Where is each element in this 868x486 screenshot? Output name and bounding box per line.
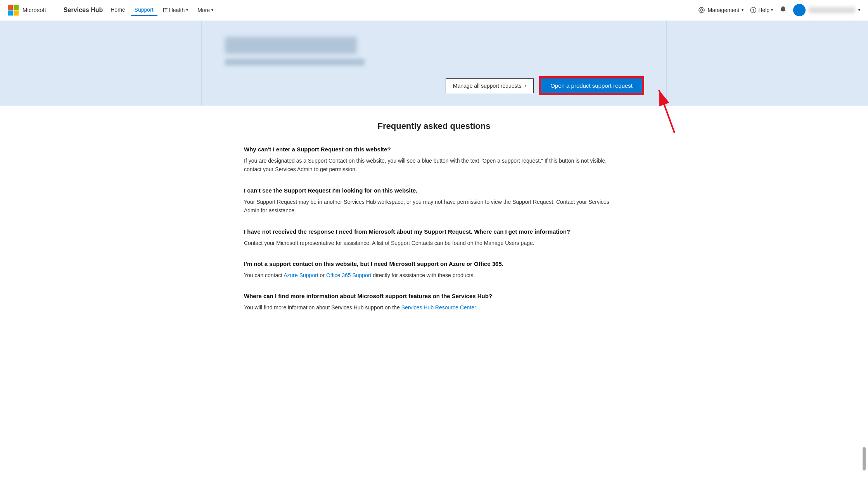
user-name xyxy=(809,7,855,13)
nav-home[interactable]: Home xyxy=(107,4,129,16)
brand-area: Microsoft Services Hub xyxy=(8,5,103,16)
management-menu[interactable]: Management ▾ xyxy=(698,7,744,14)
faq-question-2: I can't see the Support Request I'm look… xyxy=(244,186,624,194)
red-arrow-svg xyxy=(647,82,686,137)
help-label: Help xyxy=(758,7,769,13)
help-icon: ? xyxy=(750,7,757,14)
faq-item-4: I'm not a support contact on this websit… xyxy=(244,260,624,279)
faq-question-3: I have not received the response I need … xyxy=(244,227,624,236)
navbar: Microsoft Services Hub Home Support IT H… xyxy=(0,0,868,20)
open-request-label: Open a product support request xyxy=(550,82,633,89)
open-request-button[interactable]: Open a product support request xyxy=(540,77,643,94)
resource-center-link[interactable]: Services Hub Resource Center. xyxy=(401,304,477,311)
logo-red xyxy=(8,5,13,10)
hero-title-blurred xyxy=(225,37,357,54)
faq-answer-5: You will find more information about Ser… xyxy=(244,303,624,312)
bell-icon xyxy=(779,5,787,13)
faq-answer-2: Your Support Request may be in another S… xyxy=(244,198,624,215)
faq-item-2: I can't see the Support Request I'm look… xyxy=(244,186,624,215)
faq-item-1: Why can't I enter a Support Request on t… xyxy=(244,145,624,174)
faq-question-4: I'm not a support contact on this websit… xyxy=(244,260,624,268)
main-content: Frequently asked questions Why can't I e… xyxy=(221,106,647,340)
nav-links: Home Support IT Health ▾ More ▾ xyxy=(107,4,698,16)
it-health-chevron-icon: ▾ xyxy=(186,8,188,12)
more-label: More xyxy=(197,7,210,13)
faq-answer-1: If you are designated as a Support Conta… xyxy=(244,156,624,174)
nav-it-health[interactable]: IT Health ▾ xyxy=(159,5,192,16)
hero-subtitle-blurred xyxy=(225,59,365,66)
nav-support[interactable]: Support xyxy=(131,4,157,16)
manage-requests-button[interactable]: Manage all support requests › xyxy=(446,78,534,93)
help-menu[interactable]: ? Help ▾ xyxy=(750,7,773,14)
microsoft-logo xyxy=(8,5,19,16)
brand-divider xyxy=(55,5,55,16)
hero-section: Manage all support requests › Open a pro… xyxy=(201,21,667,106)
it-health-label: IT Health xyxy=(163,7,185,13)
manage-arrow-icon: › xyxy=(525,83,527,89)
faq-question-1: Why can't I enter a Support Request on t… xyxy=(244,145,624,153)
faq-question-5: Where can I find more information about … xyxy=(244,292,624,300)
open-request-container: Open a product support request xyxy=(540,77,643,94)
logo-yellow xyxy=(14,10,19,16)
microsoft-label: Microsoft xyxy=(22,7,46,13)
faq-item-3: I have not received the response I need … xyxy=(244,227,624,247)
faq-answer-3: Contact your Microsoft representative fo… xyxy=(244,239,624,247)
management-chevron-icon: ▾ xyxy=(742,8,744,12)
logo-green xyxy=(14,5,19,10)
svg-line-9 xyxy=(659,90,674,133)
notifications-button[interactable] xyxy=(779,5,787,15)
hero-wrapper: Manage all support requests › Open a pro… xyxy=(0,20,868,106)
profile-chevron-icon: ▾ xyxy=(858,8,860,12)
nav-right: Management ▾ ? Help ▾ ▾ xyxy=(698,4,860,16)
services-hub-brand: Services Hub xyxy=(64,7,103,14)
svg-text:?: ? xyxy=(752,8,755,12)
azure-support-link[interactable]: Azure Support xyxy=(284,272,318,278)
hero-actions: Manage all support requests › Open a pro… xyxy=(225,77,643,94)
help-chevron-icon: ▾ xyxy=(771,8,773,12)
more-chevron-icon: ▾ xyxy=(211,8,213,12)
management-icon xyxy=(698,7,705,14)
nav-more[interactable]: More ▾ xyxy=(194,5,217,16)
management-label: Management xyxy=(707,7,739,13)
user-avatar xyxy=(793,4,806,16)
faq-item-5: Where can I find more information about … xyxy=(244,292,624,312)
logo-blue xyxy=(8,10,13,16)
manage-requests-label: Manage all support requests xyxy=(453,83,522,89)
svg-point-1 xyxy=(701,9,703,11)
faq-title: Frequently asked questions xyxy=(244,121,624,131)
user-profile[interactable]: ▾ xyxy=(793,4,860,16)
faq-answer-4: You can contact Azure Support or Office … xyxy=(244,271,624,279)
office365-support-link[interactable]: Office 365 Support xyxy=(326,272,371,278)
